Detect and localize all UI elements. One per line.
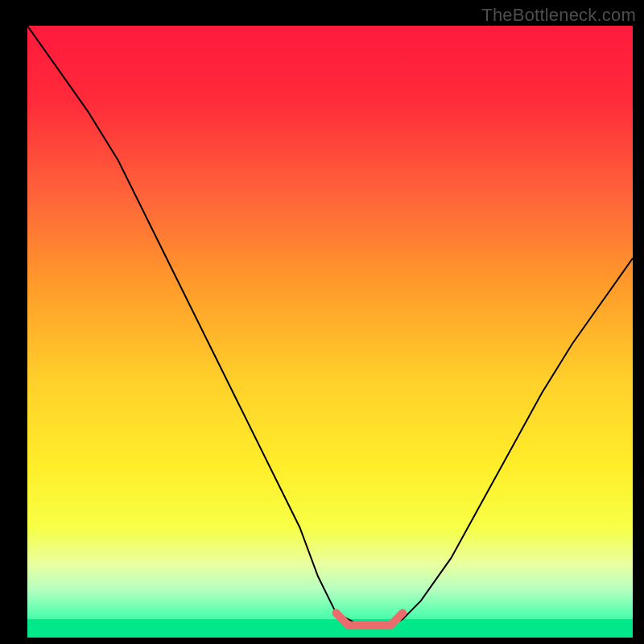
green-bottom-band	[27, 619, 633, 638]
gradient-background	[27, 26, 633, 638]
bottleneck-chart	[0, 0, 644, 644]
chart-stage: TheBottleneck.com	[0, 0, 644, 644]
watermark-text: TheBottleneck.com	[481, 5, 636, 26]
